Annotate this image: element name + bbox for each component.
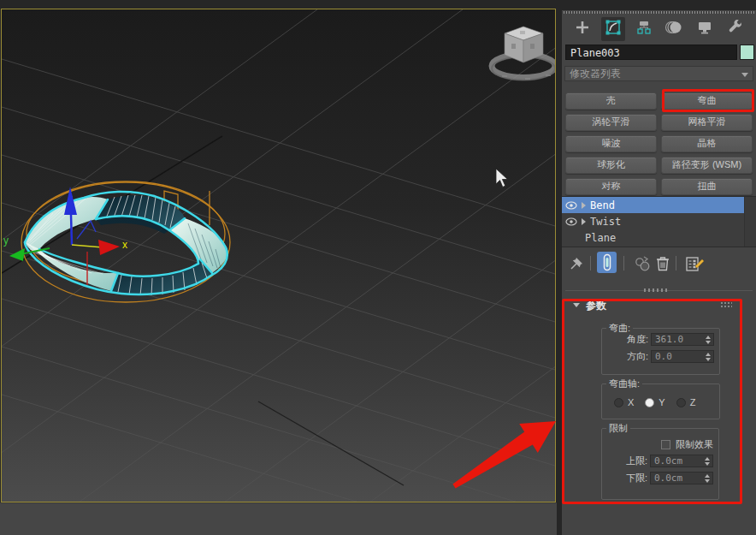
viewport-grid [2,9,555,502]
bend-group-label: 弯曲: [606,322,633,335]
upper-limit-label: 上限: [626,455,647,467]
modify-icon [604,18,623,40]
modifier-list-label: 修改器列表 [570,68,621,80]
axis-x-label: x [122,239,127,251]
mouse-cursor [496,169,508,187]
modifier-list-dropdown[interactable]: 修改器列表 [564,66,753,81]
modifier-button-grid: 壳 弯曲 涡轮平滑 网格平滑 噪波 晶格 球形化 路径变形 (WSM) 对称 扭… [565,92,753,195]
modifier-button-bend[interactable]: 弯曲 [661,92,753,110]
show-end-result-icon [600,253,614,271]
modifier-button-spherify[interactable]: 球形化 [565,157,657,174]
modifier-button-twist[interactable]: 扭曲 [661,178,753,195]
utilities-wrench-icon [727,19,744,39]
limits-group: 限制 限制效果 上限: 0.0cm 下限: 0.0cm [601,428,719,500]
viewport-canvas: x y [2,9,555,502]
object-color-swatch[interactable] [740,45,754,60]
radio-z[interactable] [676,398,686,407]
stack-row-plane[interactable]: Plane [562,229,756,246]
remove-modifier-trash-icon[interactable] [653,254,672,276]
stack-scrollbar-track[interactable] [744,197,756,247]
angle-spinner[interactable] [702,334,713,345]
tab-utilities[interactable] [724,17,747,41]
radio-z-label: Z [690,397,696,407]
stack-row-twist[interactable]: Twist [562,213,756,229]
visibility-eye-icon[interactable] [565,201,577,210]
direction-value: 0.0 [652,351,702,362]
stack-item-label: Bend [590,199,615,211]
modifier-stack-list: Bend Twist Plane [562,196,756,247]
axis-y-label: y [3,235,9,247]
axis-option-y[interactable]: Y [645,397,664,407]
configure-modifier-sets-icon[interactable] [684,254,705,276]
tab-motion[interactable] [662,17,686,41]
visibility-eye-icon[interactable] [565,217,577,226]
direction-field[interactable]: 0.0 [651,350,714,363]
bend-axis-group: 弯曲轴: X Y Z [601,383,720,419]
angle-value: 361.0 [652,334,702,345]
perspective-viewport[interactable]: x y [1,9,556,502]
expand-arrow-icon[interactable] [582,218,586,225]
direction-label: 方向: [627,350,648,363]
modifier-button-pathdeform[interactable]: 路径变形 (WSM) [661,157,753,174]
hierarchy-icon [635,19,653,39]
rollout-scroll-grip[interactable] [720,301,732,308]
rollout-collapse-icon [573,303,580,307]
separator [676,256,676,270]
angle-label: 角度: [627,333,648,346]
bend-group: 弯曲: 角度: 361.0 方向: 0.0 [601,328,720,375]
object-name-field[interactable]: Plane003 [565,45,737,60]
tab-hierarchy[interactable] [632,17,656,41]
tab-modify[interactable] [601,17,625,41]
pin-stack-icon[interactable] [569,254,586,275]
direction-spinner[interactable] [702,351,713,362]
stack-item-label: Plane [585,232,616,244]
expand-arrow-icon[interactable] [582,202,586,209]
upper-limit-value: 0.0cm [651,455,701,467]
radio-x[interactable] [614,398,623,407]
stack-toolbar [562,252,756,276]
command-panel: Plane003 修改器列表 壳 弯曲 涡轮平滑 网格平滑 噪波 晶格 球形化 … [562,0,756,535]
modifier-button-meshsmooth[interactable]: 网格平滑 [661,114,753,131]
lower-limit-value: 0.0cm [651,473,701,484]
status-bar-area [0,502,557,535]
upper-limit-spinner[interactable] [701,455,712,467]
display-monitor-icon [696,19,713,39]
stack-item-label: Twist [590,216,621,228]
axis-option-x[interactable]: X [614,397,634,407]
create-plus-icon [574,19,591,39]
modifier-button-lattice[interactable]: 晶格 [661,135,753,152]
tab-display[interactable] [693,17,717,41]
panel-top-strip [562,0,756,10]
lower-limit-label: 下限: [626,472,647,484]
modifier-button-shell[interactable]: 壳 [565,92,657,110]
limits-group-label: 限制 [606,422,630,435]
3dsmax-window: x y [0,0,756,535]
limit-effect-label: 限制效果 [676,438,713,451]
upper-limit-field[interactable]: 0.0cm [650,455,713,467]
show-end-result-button[interactable] [597,252,617,273]
modifier-button-noise[interactable]: 噪波 [565,135,657,152]
radio-y[interactable] [645,398,654,407]
dropdown-caret-icon [741,73,748,77]
axis-option-z[interactable]: Z [676,397,696,407]
viewcube[interactable] [492,27,555,80]
radio-y-label: Y [659,397,664,407]
modifier-button-symmetry[interactable]: 对称 [565,178,657,195]
world-axis-lines [2,136,404,485]
radio-x-label: X [628,397,634,407]
bend-axis-group-label: 弯曲轴: [606,377,642,390]
limit-effect-checkbox[interactable] [661,440,670,449]
separator [590,256,591,270]
tab-create[interactable] [570,17,594,41]
angle-field[interactable]: 361.0 [651,333,714,346]
rollout-divider-grip[interactable] [644,288,670,292]
command-panel-tabs [564,15,754,43]
lower-limit-spinner[interactable] [701,473,712,484]
separator [623,256,624,270]
lower-limit-field[interactable]: 0.0cm [650,472,713,484]
panel-drag-grip[interactable] [564,11,754,14]
make-unique-icon[interactable] [634,254,653,276]
motion-icon [664,19,683,39]
modifier-button-turbosmooth[interactable]: 涡轮平滑 [565,114,657,131]
stack-row-bend[interactable]: Bend [562,197,756,213]
